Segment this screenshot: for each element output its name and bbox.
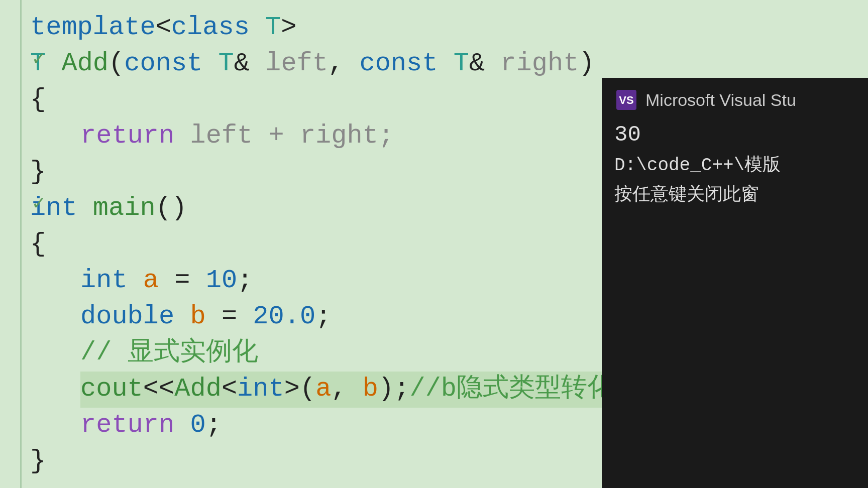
checkmark-icon: ✓ — [33, 46, 45, 73]
kw-template: template — [30, 10, 156, 45]
kw-class: class — [171, 10, 250, 45]
panel-path: D:\code_C++\模版 — [614, 152, 855, 177]
checkmark-main-icon: ✓ — [33, 191, 45, 218]
vs-icon: VS — [614, 88, 638, 112]
type-T: T — [265, 10, 281, 45]
panel-header: VS Microsoft Visual Stu — [614, 88, 855, 112]
panel-line-number: 30 — [614, 122, 855, 147]
gutter-divider — [20, 0, 22, 488]
code-line-template: template<class T> — [30, 10, 868, 46]
panel-title: Microsoft Visual Stu — [645, 90, 796, 110]
panel-hint: 按任意键关闭此窗 — [614, 182, 855, 206]
code-line-func-decl: ✓ T Add ( const T & left , const T & rig… — [30, 46, 868, 82]
console-panel: VS Microsoft Visual Stu 30 D:\code_C++\模… — [602, 78, 868, 488]
svg-text:VS: VS — [619, 94, 633, 106]
